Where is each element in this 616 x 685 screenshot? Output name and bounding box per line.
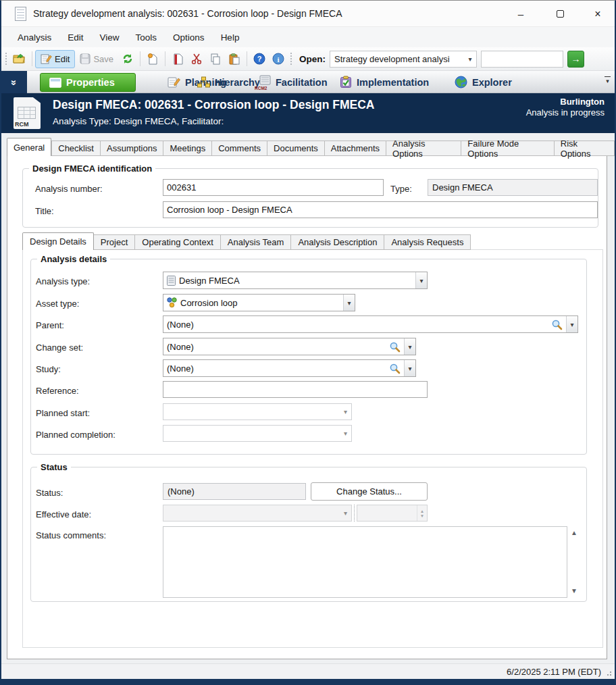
view-tab-hierarchy[interactable]: Hierarchy (197, 71, 260, 93)
asset-type-combobox[interactable]: Corrosion loop ▾ (163, 294, 355, 311)
search-icon[interactable] (389, 341, 401, 353)
collapse-panel-button[interactable]: » (1, 71, 27, 93)
tab-comments[interactable]: Comments (212, 141, 267, 156)
spin-up-icon[interactable]: ▲ (420, 509, 424, 513)
tab-assumptions[interactable]: Assumptions (101, 141, 163, 156)
analysis-header-right: Burlington Analysis in progress (526, 97, 605, 118)
menu-options[interactable]: Options (165, 27, 213, 47)
identification-group-title: Design FMECA identification (29, 163, 155, 174)
open-folder-button[interactable] (10, 50, 29, 68)
tab-meetings[interactable]: Meetings (163, 141, 212, 156)
copy-button[interactable] (206, 50, 225, 68)
chevron-down-icon[interactable]: ▾ (566, 316, 578, 332)
spinner-arrows[interactable]: ▲ ▼ (417, 505, 427, 521)
tab-analysis-description[interactable]: Analysis Description (291, 234, 384, 250)
analysis-type-combobox[interactable]: Design FMECA ▾ (163, 272, 428, 289)
chevron-down-icon[interactable]: ▾ (464, 55, 476, 63)
parent-lookup-field[interactable]: (None) ▾ (163, 315, 578, 333)
refresh-button[interactable] (118, 50, 137, 68)
info-button[interactable]: i (269, 50, 288, 68)
tab-operating-context[interactable]: Operating Context (135, 234, 221, 250)
planned-completion-label: Planned completion: (36, 430, 116, 440)
paste-button[interactable] (225, 50, 244, 68)
type-readonly-field: Design FMECA (428, 179, 598, 196)
status-comments-label: Status comments: (36, 530, 106, 540)
help-button[interactable]: ? (250, 50, 269, 68)
open-analysis-combobox[interactable]: Strategy development analysi ▾ (330, 51, 477, 68)
effective-time-spinner[interactable]: ▲ ▼ (357, 505, 428, 522)
rcm2-document-icon: RCM2 (255, 75, 271, 90)
analysis-number-input[interactable] (163, 179, 384, 196)
toolbar-grip[interactable] (5, 52, 8, 66)
planned-start-datepicker[interactable]: ▾ (163, 403, 352, 420)
study-label: Study: (36, 364, 61, 374)
menu-tools[interactable]: Tools (128, 27, 165, 47)
scroll-down-icon[interactable]: ▼ (569, 587, 579, 594)
chevron-down-icon[interactable]: ▾ (343, 295, 355, 311)
status-comments-textarea[interactable] (163, 526, 567, 598)
maximize-button[interactable] (544, 1, 575, 27)
tab-project[interactable]: Project (94, 234, 135, 250)
progress-label: Analysis in progress (526, 107, 605, 118)
view-tab-implementation[interactable]: Implementation (340, 71, 429, 93)
view-tab-properties[interactable]: Properties (40, 73, 136, 92)
tab-documents[interactable]: Documents (267, 141, 325, 156)
save-button[interactable]: Save (75, 50, 118, 68)
menu-analysis[interactable]: Analysis (9, 27, 59, 47)
tab-overflow-button[interactable]: ▾ (605, 76, 611, 84)
chevron-down-icon[interactable]: ▾ (340, 505, 351, 521)
tab-analysis-options[interactable]: Analysis Options (386, 141, 461, 156)
minimize-button[interactable]: – (505, 1, 536, 27)
overflow-bar (605, 76, 611, 77)
planned-completion-datepicker[interactable]: ▾ (163, 425, 352, 442)
search-icon[interactable] (389, 363, 401, 374)
app-window: Strategy development analysis: 002631 - … (0, 0, 616, 685)
menu-help[interactable]: Help (213, 27, 248, 47)
title-label: Title: (35, 206, 54, 216)
chevron-down-icon[interactable]: ▾ (415, 272, 427, 288)
search-icon[interactable] (551, 319, 563, 330)
svg-text:?: ? (257, 55, 262, 63)
chevron-down-icon[interactable]: ▾ (340, 426, 351, 441)
go-button[interactable]: → (567, 51, 584, 68)
resize-grip[interactable] (605, 669, 612, 676)
spin-down-icon[interactable]: ▼ (420, 513, 424, 518)
tab-attachments[interactable]: Attachments (325, 141, 386, 156)
analysis-header: RCM Design FMECA: 002631 - Corrosion loo… (1, 93, 615, 133)
change-set-lookup-field[interactable]: (None) ▾ (163, 338, 416, 355)
cut-button[interactable] (187, 50, 206, 68)
tab-general[interactable]: General (7, 138, 51, 156)
tab-design-details[interactable]: Design Details (22, 232, 94, 250)
menu-edit[interactable]: Edit (59, 27, 91, 47)
reference-input[interactable] (163, 381, 428, 398)
report-button[interactable] (168, 50, 187, 68)
toolbar-grip[interactable] (290, 52, 293, 66)
close-button[interactable]: × (582, 1, 613, 27)
tab-failure-mode-options[interactable]: Failure Mode Options (461, 141, 554, 156)
title-input[interactable] (163, 201, 598, 218)
tab-checklist[interactable]: Checklist (51, 141, 101, 156)
toolbar-separator (247, 51, 247, 66)
scroll-up-icon[interactable]: ▲ (569, 529, 579, 536)
title-bar: Strategy development analysis: 002631 - … (1, 1, 615, 27)
study-lookup-field[interactable]: (None) ▾ (163, 359, 416, 377)
view-tab-facilitation[interactable]: RCM2 Facilitation (255, 71, 328, 93)
edit-button[interactable]: Edit (35, 50, 75, 68)
general-tab-page: Design FMECA identification Analysis num… (7, 155, 607, 659)
change-status-button[interactable]: Change Status... (311, 482, 428, 501)
tab-analysis-team[interactable]: Analysis Team (221, 234, 292, 250)
quick-open-input[interactable] (481, 51, 563, 68)
tab-risk-options[interactable]: Risk Options (555, 141, 615, 156)
chevron-down-icon[interactable]: ▾ (404, 360, 415, 376)
save-button-label: Save (93, 54, 113, 64)
view-tab-bar: » Properties Planning (1, 71, 615, 93)
reference-label: Reference: (36, 386, 79, 396)
view-tab-explorer[interactable]: Explorer (455, 71, 512, 93)
effective-date-datepicker[interactable]: ▾ (163, 505, 352, 522)
chevron-down-icon[interactable]: ▾ (404, 338, 415, 355)
menu-view[interactable]: View (92, 27, 128, 47)
new-page-button[interactable] (143, 50, 162, 68)
chevron-down-icon[interactable]: ▾ (340, 404, 351, 420)
view-tab-label: Hierarchy (215, 77, 260, 88)
tab-analysis-requests[interactable]: Analysis Requests (384, 234, 471, 250)
